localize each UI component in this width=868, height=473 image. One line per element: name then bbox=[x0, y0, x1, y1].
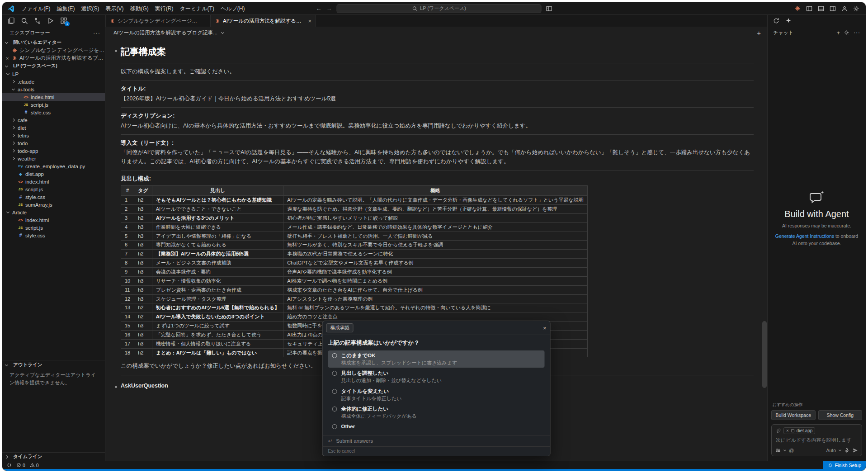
more-actions-icon[interactable]: ··· bbox=[854, 29, 860, 36]
close-icon[interactable]: × bbox=[543, 325, 547, 331]
option-Other[interactable]: Other bbox=[328, 421, 545, 432]
chevron-down-icon[interactable] bbox=[783, 449, 786, 451]
toggle-sidebar-icon[interactable] bbox=[806, 5, 812, 12]
close-icon[interactable]: × bbox=[6, 56, 11, 61]
folder-weather[interactable]: weather bbox=[2, 155, 105, 162]
menu-item[interactable]: ファイル(F) bbox=[18, 4, 53, 13]
file-script.js[interactable]: JSscript.js bbox=[2, 224, 105, 232]
file-create_employee_data.py[interactable]: Pycreate_employee_data.py bbox=[2, 162, 105, 170]
menu-item[interactable]: 表示(V) bbox=[102, 4, 127, 13]
run-debug-icon[interactable] bbox=[47, 17, 54, 24]
editor-tab[interactable]: AIツールの活用方法を解説するブログ記事を書いて...× bbox=[211, 15, 316, 27]
folder-LP[interactable]: LP bbox=[2, 70, 105, 78]
menu-item[interactable]: 実行(R) bbox=[152, 4, 177, 13]
suggested-action-button[interactable]: Show Config bbox=[818, 410, 863, 420]
explorer-more-icon[interactable]: ··· bbox=[93, 29, 100, 36]
radio-icon bbox=[332, 371, 337, 376]
table-cell: h3 bbox=[134, 259, 152, 268]
remote-indicator-icon[interactable] bbox=[7, 463, 12, 468]
editor-tab[interactable]: シンプルなランディングページを作成してください...× bbox=[105, 15, 211, 27]
warnings-indicator[interactable]: 0 bbox=[30, 463, 39, 468]
tab-close-icon[interactable]: × bbox=[308, 18, 311, 24]
option-このままでOK[interactable]: このままでOK構成案を承認し、スプレッドシートに書き込みます bbox=[328, 350, 545, 368]
command-center-search[interactable]: LP (ワークスペース) bbox=[337, 4, 542, 13]
divider bbox=[121, 63, 754, 63]
folder-tetris[interactable]: tetris bbox=[2, 132, 105, 139]
submit-answers-row[interactable]: ↵ Submit answers bbox=[323, 435, 550, 446]
folder-todo-app[interactable]: todo-app bbox=[2, 147, 105, 155]
file-style.css[interactable]: #style.css bbox=[2, 193, 105, 201]
menu-item[interactable]: ターミナル(T) bbox=[176, 4, 217, 13]
suggested-action-button[interactable]: Build Workspace bbox=[771, 410, 816, 420]
table-cell: h3 bbox=[134, 267, 152, 276]
file-script.js[interactable]: JSscript.js bbox=[2, 185, 105, 193]
workspace-section-header[interactable]: LP (ワークスペース) bbox=[2, 62, 105, 70]
outline-section-header[interactable]: アウトライン bbox=[2, 360, 105, 369]
folder-Article[interactable]: Article bbox=[2, 208, 105, 216]
open-editor-item[interactable]: シンプルなランディングページを作成してください、... bbox=[2, 47, 105, 54]
timeline-section-header[interactable]: タイムライン bbox=[2, 453, 105, 461]
table-cell: 7 bbox=[121, 250, 134, 259]
errors-indicator[interactable]: 0 bbox=[16, 463, 25, 468]
folder-todo[interactable]: todo bbox=[2, 139, 105, 147]
table-cell: 初心者におすすめのAIツール5選【無料で始められる】 bbox=[152, 303, 283, 312]
option-見出しを調整したい[interactable]: 見出しを調整したい見出しの追加・削除・並び替えなどをしたい bbox=[328, 368, 545, 385]
refresh-icon[interactable] bbox=[773, 18, 779, 24]
explorer-view-icon[interactable] bbox=[8, 17, 15, 24]
context-chip[interactable]: × diet.app bbox=[783, 427, 815, 434]
finish-setup-button[interactable]: Finish Setup bbox=[823, 461, 866, 469]
menu-item[interactable]: 選択(S) bbox=[78, 4, 102, 13]
menu-item[interactable]: ヘルプ(H) bbox=[217, 4, 248, 13]
table-cell: AIツール導入で失敗しないための3つのポイント bbox=[152, 312, 283, 322]
file-diet.app[interactable]: ◆diet.app bbox=[2, 170, 105, 178]
remove-context-icon[interactable]: × bbox=[786, 428, 789, 433]
file-script.js[interactable]: JSscript.js bbox=[2, 101, 105, 109]
chat-input-placeholder[interactable]: 次にビルドする内容を説明します bbox=[776, 437, 858, 444]
settings-gear-icon[interactable] bbox=[853, 5, 859, 12]
option-タイトルを変えたい[interactable]: タイトルを変えたい記事タイトルを修正したい bbox=[328, 386, 545, 403]
open-editor-item[interactable]: ×AIツールの活用方法を解説するブログ記事を書... bbox=[2, 54, 105, 62]
menu-item[interactable]: 編集(E) bbox=[53, 4, 78, 13]
mention-icon[interactable]: @ bbox=[789, 448, 794, 453]
chat-input-box[interactable]: × diet.app 次にビルドする内容を説明します @ Auto bbox=[771, 424, 862, 456]
folder-ai-tools[interactable]: ai-tools bbox=[2, 85, 105, 93]
new-session-icon[interactable]: + bbox=[757, 29, 761, 37]
chevron-down-icon[interactable] bbox=[839, 449, 841, 451]
claude-extension-icon[interactable] bbox=[795, 5, 801, 11]
attach-context-icon[interactable] bbox=[775, 428, 781, 434]
voice-icon[interactable] bbox=[844, 448, 849, 453]
extensions-icon[interactable]: 1 bbox=[60, 17, 67, 24]
send-icon[interactable] bbox=[853, 448, 858, 453]
nav-back-icon[interactable]: ← bbox=[316, 5, 322, 12]
folder-.claude[interactable]: .claude bbox=[2, 78, 105, 85]
chat-settings-icon[interactable] bbox=[844, 30, 849, 35]
nav-forward-icon[interactable]: → bbox=[326, 5, 332, 12]
file-index.html[interactable]: <>index.html bbox=[2, 216, 105, 224]
table-row: 1h2そもそもAIツールとは？初心者にもわかる基礎知識AIツールの定義を噛み砕い… bbox=[121, 196, 588, 205]
menu-item[interactable]: 移動(G) bbox=[127, 4, 151, 13]
sparkle-icon[interactable] bbox=[785, 18, 792, 24]
session-title[interactable]: AIツールの活用方法を解説するブログ記事... bbox=[113, 29, 217, 36]
search-view-icon[interactable] bbox=[21, 17, 28, 24]
file-index.html[interactable]: <>index.html bbox=[2, 178, 105, 185]
file-style.css[interactable]: #style.css bbox=[2, 232, 105, 239]
folder-cafe[interactable]: cafe bbox=[2, 116, 105, 124]
option-全体的に修正したい[interactable]: 全体的に修正したい構成全体にフィードバックがある bbox=[328, 404, 545, 421]
source-control-icon[interactable] bbox=[34, 17, 41, 24]
tools-icon[interactable] bbox=[775, 448, 781, 453]
file-style.css[interactable]: #style.css bbox=[2, 109, 105, 116]
open-editors-section-header[interactable]: 開いているエディター bbox=[2, 38, 105, 47]
file-index.html[interactable]: <>index.html bbox=[2, 93, 105, 101]
new-chat-icon[interactable]: + bbox=[836, 29, 840, 36]
layout-customize-icon[interactable] bbox=[546, 5, 552, 12]
model-picker[interactable]: Auto bbox=[826, 448, 836, 453]
scrollbar-thumb[interactable] bbox=[762, 321, 767, 388]
generate-instructions-link[interactable]: Generate Agent Instructions bbox=[775, 233, 834, 239]
suggested-actions: Build WorkspaceShow Config bbox=[771, 410, 862, 420]
account-icon[interactable] bbox=[841, 5, 848, 12]
file-sumArray.js[interactable]: JSsumArray.js bbox=[2, 201, 105, 208]
toggle-panel-icon[interactable] bbox=[818, 5, 824, 12]
chevron-down-icon[interactable] bbox=[221, 30, 224, 33]
toggle-secondary-sidebar-icon[interactable] bbox=[830, 5, 836, 12]
folder-diet[interactable]: diet bbox=[2, 124, 105, 132]
